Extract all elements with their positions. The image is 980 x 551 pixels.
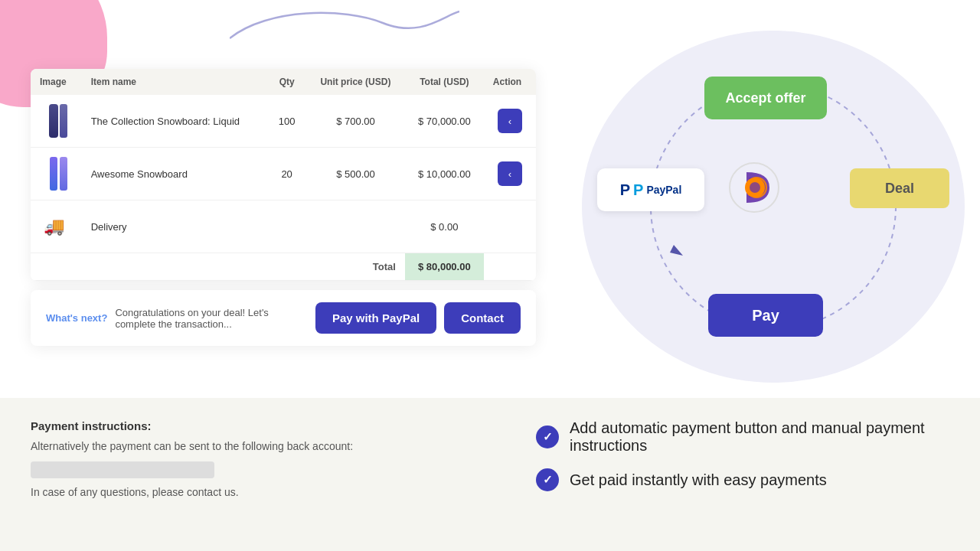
feature-item-1: Add automatic payment button and manual … (536, 419, 949, 455)
pay-with-paypal-button[interactable]: Pay with PayPal (315, 302, 436, 334)
product-unit-price-cell: $ 700.00 (306, 95, 405, 148)
total-action-spacer (484, 253, 536, 281)
total-label: Total (306, 253, 405, 281)
invoice-table-card: Image Item name Qty Unit price (USD) Tot… (31, 69, 536, 281)
product-image-awesome (40, 155, 67, 192)
action-button-row1[interactable]: ‹ (498, 109, 522, 133)
delivery-unit-price-cell (306, 201, 405, 253)
right-panel: Accept offer Deal Pay P P PayPal (536, 15, 980, 383)
payment-instructions-note: In case of any questions, please contact… (31, 486, 475, 498)
check-icon-1 (536, 425, 559, 448)
whats-next-text: Congratulations on your deal! Let's comp… (115, 307, 308, 330)
paypal-text: PayPal (646, 184, 681, 196)
paypal-logo: P P PayPal (620, 181, 682, 199)
product-total-cell: $ 10,000.00 (405, 148, 484, 201)
product-qty-cell: 100 (267, 95, 306, 148)
diagram-container: Accept offer Deal Pay P P PayPal (582, 31, 965, 383)
product-name-cell: Awesome Snowboard (82, 148, 268, 201)
decorative-line (230, 0, 459, 46)
product-unit-price-cell: $ 500.00 (306, 148, 405, 201)
product-image-cell (31, 148, 82, 201)
invoice-table: Image Item name Qty Unit price (USD) Tot… (31, 69, 536, 281)
delivery-name-cell: Delivery (82, 201, 268, 253)
svg-marker-5 (670, 245, 683, 256)
product-total-cell: $ 70,000.00 (405, 95, 484, 148)
center-logo (716, 153, 792, 222)
total-row: Total $ 80,000.00 (31, 253, 536, 281)
feature-item-2: Get paid instantly with easy payments (536, 468, 949, 491)
deal-node: Deal (850, 168, 949, 208)
col-image: Image (31, 69, 82, 95)
deal-label: Deal (885, 181, 914, 197)
col-item-name: Item name (82, 69, 268, 95)
table-header-row: Image Item name Qty Unit price (USD) Tot… (31, 69, 536, 95)
table-row: The Collection Snowboard: Liquid 100 $ 7… (31, 95, 536, 148)
col-qty: Qty (267, 69, 306, 95)
delivery-action-cell (484, 201, 536, 253)
table-row: Awesome Snowboard 20 $ 500.00 $ 10,000.0… (31, 148, 536, 201)
col-unit-price: Unit price (USD) (306, 69, 405, 95)
product-action-cell: ‹ (484, 95, 536, 148)
account-bar-placeholder (31, 461, 214, 478)
feature-text-1: Add automatic payment button and manual … (570, 419, 949, 455)
snowboard-awesome-icon (50, 157, 57, 191)
paypal-icon-p1: P (620, 181, 630, 199)
action-button-row2[interactable]: ‹ (498, 161, 522, 186)
whats-next-bar: What's next? Congratulations on your dea… (31, 290, 536, 346)
contact-button[interactable]: Contact (444, 302, 521, 334)
payment-instructions-title: Payment instructions: (31, 419, 475, 432)
col-total: Total (USD) (405, 69, 484, 95)
pay-label: Pay (752, 307, 779, 324)
accept-offer-node: Accept offer (704, 77, 827, 119)
check-icon-2 (536, 468, 559, 491)
delivery-total-cell: $ 0.00 (405, 201, 484, 253)
total-spacer (31, 253, 306, 281)
pay-node: Pay (708, 294, 823, 337)
col-action: Action (484, 69, 536, 95)
feature-text-2: Get paid instantly with easy payments (570, 471, 827, 489)
delivery-qty-cell (267, 201, 306, 253)
center-logo-svg (727, 161, 781, 214)
payment-instructions-panel: Payment instructions: Alternatively the … (0, 398, 505, 551)
table-row: 🚚 Delivery $ 0.00 (31, 201, 536, 253)
whats-next-label: What's next? (46, 312, 107, 324)
product-image-liquid (40, 103, 67, 139)
accept-offer-label: Accept offer (725, 90, 805, 106)
product-image-cell (31, 95, 82, 148)
product-qty-cell: 20 (267, 148, 306, 201)
paypal-node: P P PayPal (597, 168, 704, 211)
payment-instructions-subtitle: Alternatively the payment can be sent to… (31, 440, 475, 452)
product-name-cell: The Collection Snowboard: Liquid (82, 95, 268, 148)
delivery-icon: 🚚 (40, 208, 67, 245)
snowboard-liquid-icon (49, 104, 58, 138)
left-panel: Image Item name Qty Unit price (USD) Tot… (31, 69, 536, 346)
delivery-image-cell: 🚚 (31, 201, 82, 253)
total-value: $ 80,000.00 (405, 253, 484, 281)
features-panel: Add automatic payment button and manual … (505, 398, 980, 551)
product-action-cell: ‹ (484, 148, 536, 201)
bottom-section: Payment instructions: Alternatively the … (0, 398, 980, 551)
paypal-icon-p2: P (633, 181, 643, 199)
